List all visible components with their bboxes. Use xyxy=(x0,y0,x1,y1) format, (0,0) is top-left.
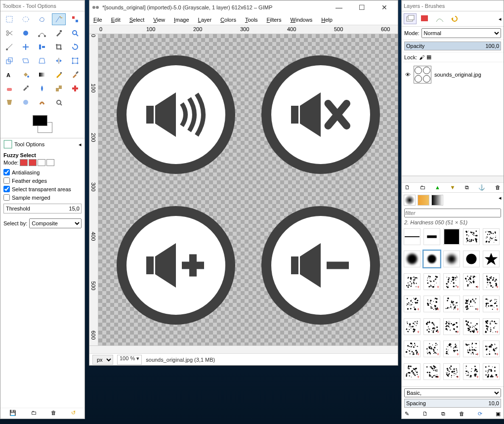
tool-perspective[interactable] xyxy=(35,55,49,67)
feather-checkbox[interactable]: Feather edges xyxy=(3,177,82,184)
tool-paintbrush[interactable] xyxy=(68,69,82,81)
tool-heal[interactable] xyxy=(68,83,82,94)
brush-cell[interactable]: + xyxy=(463,296,480,312)
tab-brushes-icon[interactable] xyxy=(404,195,416,206)
tool-foreground-select[interactable] xyxy=(19,27,33,39)
brush-cell[interactable]: + xyxy=(443,340,460,357)
brush-cell[interactable]: + xyxy=(483,318,500,335)
tool-free-select[interactable] xyxy=(35,13,49,25)
brush-cell[interactable]: + xyxy=(404,363,420,380)
tool-gradient[interactable] xyxy=(35,69,49,81)
brush-cell[interactable]: + xyxy=(483,273,500,290)
mode-replace[interactable] xyxy=(20,159,28,166)
tool-crop[interactable] xyxy=(52,41,66,53)
brush-cell[interactable] xyxy=(463,251,480,267)
select-by-dropdown[interactable]: Composite xyxy=(29,218,82,228)
tool-pencil[interactable] xyxy=(52,69,66,81)
menu-file[interactable]: File xyxy=(93,17,102,23)
tool-cage[interactable] xyxy=(68,55,82,67)
tool-rectangle-select[interactable] xyxy=(2,13,16,25)
brush-cell[interactable]: + xyxy=(404,273,420,290)
tool-flip[interactable] xyxy=(52,55,66,67)
brush-cell[interactable]: + xyxy=(443,318,460,335)
tool-shear[interactable] xyxy=(19,55,33,67)
brush-cell[interactable] xyxy=(404,251,420,267)
brush-cell[interactable]: + xyxy=(423,340,440,357)
tab-layers-icon[interactable] xyxy=(404,13,417,24)
menu-edit[interactable]: Edit xyxy=(111,17,121,23)
spacing-slider[interactable]: Spacing10,0 xyxy=(404,399,501,408)
tool-move[interactable] xyxy=(19,41,33,53)
brush-filter-input[interactable] xyxy=(404,209,501,217)
brush-cell[interactable] xyxy=(443,251,460,267)
fg-color[interactable] xyxy=(33,115,47,126)
menu-windows[interactable]: Windows xyxy=(291,17,313,23)
tool-select-by-color[interactable] xyxy=(68,13,82,25)
tool-ink[interactable] xyxy=(35,83,49,94)
brush-cell[interactable]: + xyxy=(423,296,440,312)
brush-cell[interactable]: + xyxy=(443,273,460,290)
brush-cell[interactable] xyxy=(483,251,500,267)
brush-cell[interactable]: + xyxy=(423,318,440,335)
antialiasing-checkbox[interactable]: Antialiasing xyxy=(3,169,82,175)
maximize-button[interactable]: ☐ xyxy=(353,3,370,11)
sample-merged-checkbox[interactable]: Sample merged xyxy=(3,194,82,201)
layers-hscrollbar[interactable] xyxy=(402,176,504,183)
layer-group-icon[interactable]: 🗀 xyxy=(420,184,425,191)
tab-gradients-icon[interactable] xyxy=(431,195,443,206)
brush-cell[interactable]: + xyxy=(404,340,420,357)
delete-brush-icon[interactable]: 🗑 xyxy=(459,411,464,417)
tool-color-picker[interactable] xyxy=(52,27,66,39)
tab-patterns-icon[interactable] xyxy=(418,195,429,206)
brushes-menu-icon[interactable]: ◂ xyxy=(499,195,502,206)
tool-scissors[interactable] xyxy=(2,27,16,39)
delete-layer-icon[interactable]: 🗑 xyxy=(495,184,501,191)
tool-align[interactable] xyxy=(35,41,49,53)
tool-paths[interactable] xyxy=(35,27,49,39)
close-button[interactable]: ✕ xyxy=(376,3,393,11)
brush-cell[interactable]: + xyxy=(404,318,420,335)
duplicate-layer-icon[interactable]: ⧉ xyxy=(465,184,469,191)
lower-layer-icon[interactable]: ▼ xyxy=(450,184,455,191)
brush-cell[interactable]: + xyxy=(423,363,440,380)
tb-save-icon[interactable]: 💾 xyxy=(9,410,16,416)
brush-cell[interactable]: + xyxy=(483,296,500,312)
brush-cell[interactable]: + xyxy=(443,363,460,380)
edit-brush-icon[interactable]: ✎ xyxy=(405,411,409,417)
canvas[interactable] xyxy=(98,34,398,345)
menu-help[interactable]: Help xyxy=(321,17,333,23)
units-dropdown[interactable]: px xyxy=(92,355,113,365)
menu-tools[interactable]: Tools xyxy=(245,17,258,23)
brush-cell[interactable]: + xyxy=(463,363,480,380)
brush-cell[interactable]: + xyxy=(443,296,460,312)
lock-alpha-icon[interactable]: ▦ xyxy=(426,54,431,60)
layers-menu-icon[interactable]: ◂ xyxy=(499,16,502,22)
brush-cell[interactable]: + xyxy=(483,340,500,357)
ruler-vertical[interactable]: 0100200300400500600 xyxy=(89,34,98,345)
menu-filters[interactable]: Filters xyxy=(267,17,282,23)
ruler-horizontal[interactable]: 0100200300400500600 xyxy=(89,25,398,34)
menu-view[interactable]: View xyxy=(153,17,165,23)
tool-airbrush[interactable] xyxy=(19,83,33,94)
brush-cell[interactable] xyxy=(423,228,440,245)
new-layer-icon[interactable]: 🗋 xyxy=(405,184,410,191)
brush-cell[interactable]: + xyxy=(404,296,420,312)
eye-icon[interactable]: 👁 xyxy=(405,72,411,78)
tool-text[interactable]: A xyxy=(2,69,16,81)
menu-layer[interactable]: Layer xyxy=(198,17,212,23)
brush-cell[interactable] xyxy=(404,228,420,245)
tb-delete-icon[interactable]: 🗑 xyxy=(51,410,56,416)
brush-cell[interactable] xyxy=(443,228,460,245)
brush-cell[interactable]: + xyxy=(483,363,500,380)
tool-eraser[interactable] xyxy=(2,83,16,94)
open-as-image-icon[interactable]: ▣ xyxy=(496,411,501,417)
tool-rotate[interactable] xyxy=(68,41,82,53)
menu-colors[interactable]: Colors xyxy=(220,17,236,23)
zoom-dropdown[interactable]: 100 % ▾ xyxy=(117,355,142,365)
duplicate-brush-icon[interactable]: ⧉ xyxy=(441,411,445,417)
tool-dodge[interactable] xyxy=(52,96,66,108)
opacity-slider[interactable]: Opacity100,0 xyxy=(404,42,501,50)
options-menu-icon[interactable]: ◂ xyxy=(79,141,82,148)
anchor-layer-icon[interactable]: ⚓ xyxy=(478,184,485,191)
tool-perspective-clone[interactable] xyxy=(2,96,16,108)
